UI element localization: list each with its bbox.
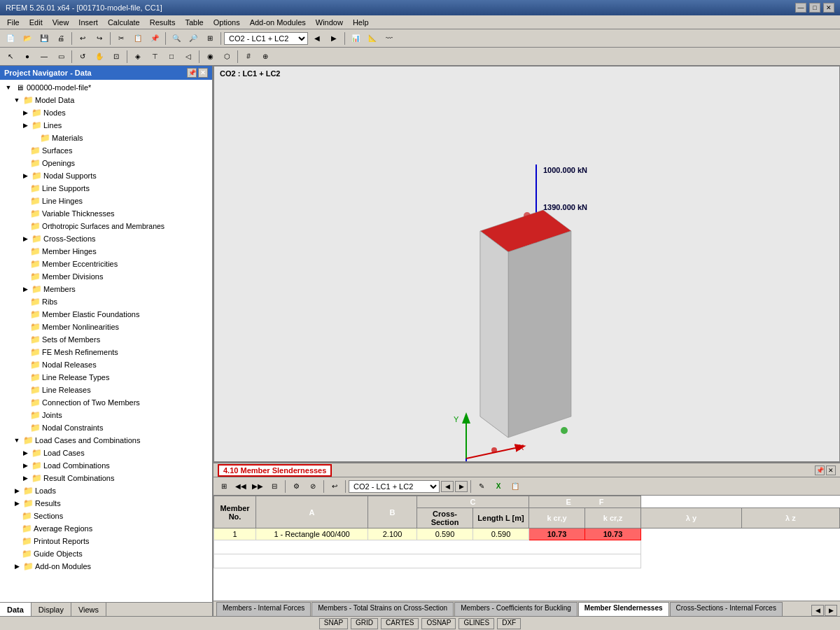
- expand-load-comb[interactable]: ▼: [13, 436, 21, 444]
- table-loadcase-combo[interactable]: CO2 - LC1 + LC2: [349, 480, 440, 493]
- table-next[interactable]: ▶: [455, 481, 468, 492]
- expand-lines[interactable]: ▶: [21, 121, 29, 130]
- expand-members[interactable]: ▶: [21, 285, 29, 293]
- menu-file[interactable]: File: [3, 17, 24, 28]
- expand-model-data[interactable]: ▼: [13, 96, 21, 104]
- tab-cross-sections-internal[interactable]: Cross-Sections - Internal Forces: [670, 602, 783, 616]
- save-button[interactable]: 💾: [36, 31, 52, 46]
- menu-calculate[interactable]: Calculate: [104, 17, 144, 28]
- expand-root[interactable]: ▼: [4, 83, 13, 92]
- snap-btn[interactable]: ⊕: [258, 49, 273, 64]
- tab-total-strains[interactable]: Members - Total Strains on Cross-Section: [312, 602, 454, 616]
- tree-guide-objects[interactable]: 📁 Guide Objects: [1, 547, 211, 560]
- menu-results[interactable]: Results: [146, 17, 180, 28]
- tree-surfaces[interactable]: 📁 Surfaces: [1, 144, 211, 157]
- new-button[interactable]: 📄: [3, 31, 18, 46]
- glines-btn[interactable]: GLINES: [458, 618, 494, 629]
- expand-results[interactable]: ▶: [13, 499, 21, 507]
- tab-member-slendernesses[interactable]: Member Slendernesses: [578, 602, 669, 616]
- tree-nodes[interactable]: ▶ 📁 Nodes: [1, 106, 211, 119]
- tree-lines[interactable]: ▶ 📁 Lines: [1, 119, 211, 132]
- menu-edit[interactable]: Edit: [25, 17, 47, 28]
- nav-pin[interactable]: 📌: [187, 68, 197, 78]
- table-close[interactable]: ✕: [826, 465, 836, 475]
- nav-tab-display[interactable]: Display: [31, 603, 71, 616]
- tree-cross-sections[interactable]: ▶ 📁 Cross-Sections: [1, 232, 211, 245]
- results-btn[interactable]: 📊: [348, 31, 363, 46]
- tree-model-data[interactable]: ▼ 📁 Model Data: [1, 94, 211, 106]
- table-excel[interactable]: X: [491, 479, 506, 494]
- tab-scroll-left[interactable]: ◀: [811, 605, 824, 616]
- tree-connection-two-members[interactable]: 📁 Connection of Two Members: [1, 396, 211, 409]
- tree-orthotropic[interactable]: 📁 Orthotropic Surfaces and Membranes: [1, 220, 211, 232]
- table-last[interactable]: ⊟: [267, 479, 282, 494]
- moment-btn[interactable]: 〰: [382, 31, 397, 46]
- tree-materials[interactable]: 📁 Materials: [1, 132, 211, 144]
- print-button[interactable]: 🖨: [53, 31, 69, 46]
- tree-line-releases[interactable]: 📁 Line Releases: [1, 384, 211, 396]
- tree-members[interactable]: ▶ 📁 Members: [1, 283, 211, 295]
- expand-cross[interactable]: ▶: [21, 234, 29, 243]
- expand-result-comb[interactable]: ▶: [21, 474, 29, 482]
- tree-openings[interactable]: 📁 Openings: [1, 157, 211, 169]
- grid-btn[interactable]: GRID: [351, 618, 378, 629]
- table-copy-all[interactable]: 📋: [507, 479, 523, 494]
- expand-nodes[interactable]: ▶: [21, 108, 29, 117]
- tree-member-eccentricities[interactable]: 📁 Member Eccentricities: [1, 258, 211, 270]
- menu-help[interactable]: Help: [349, 17, 373, 28]
- tree-joints[interactable]: 📁 Joints: [1, 409, 211, 421]
- minimize-button[interactable]: —: [795, 3, 806, 13]
- top-btn[interactable]: ⊤: [147, 49, 162, 64]
- dxf-btn[interactable]: DXF: [497, 618, 521, 629]
- cartes-btn[interactable]: CARTES: [381, 618, 419, 629]
- nav-close[interactable]: ✕: [198, 68, 208, 78]
- iso-btn[interactable]: ◈: [130, 49, 146, 64]
- tree-member-divisions[interactable]: 📁 Member Divisions: [1, 270, 211, 283]
- tree-ribs[interactable]: 📁 Ribs: [1, 295, 211, 308]
- table-next-row[interactable]: ▶▶: [250, 479, 265, 494]
- tree-nodal-releases[interactable]: 📁 Nodal Releases: [1, 358, 211, 371]
- expand-nodal-supports[interactable]: ▶: [21, 172, 29, 180]
- tree-line-hinges[interactable]: 📁 Line Hinges: [1, 195, 211, 207]
- combo-loadcase[interactable]: CO2 - LC1 + LC2: [224, 32, 308, 45]
- cut-button[interactable]: ✂: [113, 31, 129, 46]
- render-btn[interactable]: ◉: [202, 49, 218, 64]
- table-filter[interactable]: ⊘: [305, 479, 321, 494]
- tree-load-combinations[interactable]: ▶ 📁 Load Combinations: [1, 459, 211, 472]
- tree-member-hinges[interactable]: 📁 Member Hinges: [1, 245, 211, 258]
- zoom-all[interactable]: ⊞: [202, 31, 218, 46]
- table-settings[interactable]: ⚙: [288, 479, 304, 494]
- tree-nodal-supports[interactable]: ▶ 📁 Nodal Supports: [1, 169, 211, 182]
- tree-nodal-constraints[interactable]: 📁 Nodal Constraints: [1, 421, 211, 434]
- redo-button[interactable]: ↪: [92, 31, 107, 46]
- menu-insert[interactable]: Insert: [74, 17, 102, 28]
- tree-loads[interactable]: ▶ 📁 Loads: [1, 484, 211, 497]
- tree-root[interactable]: ▼ 🖥 000000-model-file*: [1, 81, 211, 94]
- zoom-in[interactable]: 🔍: [169, 31, 184, 46]
- line-btn[interactable]: —: [36, 49, 52, 64]
- expand-loads[interactable]: ▶: [13, 486, 21, 495]
- menu-view[interactable]: View: [48, 17, 74, 28]
- wire-btn[interactable]: ⬡: [219, 49, 234, 64]
- paste-button[interactable]: 📌: [147, 31, 162, 46]
- tree-load-cases[interactable]: ▶ 📁 Load Cases: [1, 447, 211, 459]
- tree-load-cases-comb[interactable]: ▼ 📁 Load Cases and Combinations: [1, 434, 211, 447]
- open-button[interactable]: 📂: [20, 31, 35, 46]
- expand-load-combinations[interactable]: ▶: [21, 461, 29, 470]
- menu-addon[interactable]: Add-on Modules: [246, 17, 310, 28]
- tree-fe-mesh[interactable]: 📁 FE Mesh Refinements: [1, 346, 211, 358]
- rotate-btn[interactable]: ↺: [75, 49, 90, 64]
- deform-btn[interactable]: 📐: [365, 31, 380, 46]
- tree-member-elastic[interactable]: 📁 Member Elastic Foundations: [1, 308, 211, 321]
- zoom-out[interactable]: 🔎: [186, 31, 201, 46]
- next-btn[interactable]: ▶: [326, 31, 342, 46]
- maximize-button[interactable]: □: [809, 3, 820, 13]
- nav-tab-views[interactable]: Views: [71, 603, 106, 616]
- tab-coefficients-buckling[interactable]: Members - Coefficients for Buckling: [454, 602, 578, 616]
- select-btn[interactable]: ↖: [3, 49, 18, 64]
- tree-member-nonlin[interactable]: 📁 Member Nonlinearities: [1, 321, 211, 333]
- menu-options[interactable]: Options: [209, 17, 244, 28]
- snap-btn[interactable]: SNAP: [319, 618, 348, 629]
- menu-table[interactable]: Table: [181, 17, 207, 28]
- tree-printout-reports[interactable]: 📁 Printout Reports: [1, 535, 211, 547]
